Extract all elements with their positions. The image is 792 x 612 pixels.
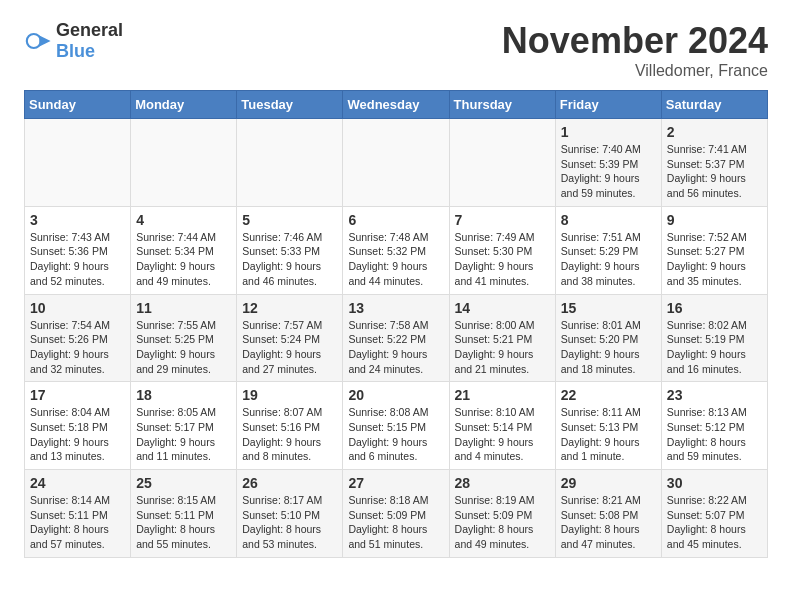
- day-number: 16: [667, 300, 762, 316]
- day-detail: Sunrise: 7:40 AM Sunset: 5:39 PM Dayligh…: [561, 142, 656, 201]
- logo: General Blue: [24, 20, 123, 62]
- calendar-cell: 29Sunrise: 8:21 AM Sunset: 5:08 PM Dayli…: [555, 470, 661, 558]
- day-detail: Sunrise: 8:21 AM Sunset: 5:08 PM Dayligh…: [561, 493, 656, 552]
- day-detail: Sunrise: 7:52 AM Sunset: 5:27 PM Dayligh…: [667, 230, 762, 289]
- weekday-header-friday: Friday: [555, 91, 661, 119]
- calendar-cell: 19Sunrise: 8:07 AM Sunset: 5:16 PM Dayli…: [237, 382, 343, 470]
- day-number: 4: [136, 212, 231, 228]
- weekday-header-sunday: Sunday: [25, 91, 131, 119]
- svg-marker-1: [39, 35, 50, 46]
- day-number: 20: [348, 387, 443, 403]
- day-detail: Sunrise: 8:00 AM Sunset: 5:21 PM Dayligh…: [455, 318, 550, 377]
- day-number: 30: [667, 475, 762, 491]
- calendar-cell: 25Sunrise: 8:15 AM Sunset: 5:11 PM Dayli…: [131, 470, 237, 558]
- title-block: November 2024 Villedomer, France: [502, 20, 768, 80]
- calendar-cell: 7Sunrise: 7:49 AM Sunset: 5:30 PM Daylig…: [449, 206, 555, 294]
- calendar-cell: 20Sunrise: 8:08 AM Sunset: 5:15 PM Dayli…: [343, 382, 449, 470]
- calendar-cell: 24Sunrise: 8:14 AM Sunset: 5:11 PM Dayli…: [25, 470, 131, 558]
- day-detail: Sunrise: 7:58 AM Sunset: 5:22 PM Dayligh…: [348, 318, 443, 377]
- day-detail: Sunrise: 7:43 AM Sunset: 5:36 PM Dayligh…: [30, 230, 125, 289]
- day-detail: Sunrise: 8:01 AM Sunset: 5:20 PM Dayligh…: [561, 318, 656, 377]
- calendar-cell: 14Sunrise: 8:00 AM Sunset: 5:21 PM Dayli…: [449, 294, 555, 382]
- day-number: 6: [348, 212, 443, 228]
- calendar-cell: 4Sunrise: 7:44 AM Sunset: 5:34 PM Daylig…: [131, 206, 237, 294]
- calendar-cell: [449, 119, 555, 207]
- day-number: 12: [242, 300, 337, 316]
- day-number: 5: [242, 212, 337, 228]
- day-number: 13: [348, 300, 443, 316]
- calendar-week-2: 3Sunrise: 7:43 AM Sunset: 5:36 PM Daylig…: [25, 206, 768, 294]
- day-number: 24: [30, 475, 125, 491]
- day-number: 11: [136, 300, 231, 316]
- day-detail: Sunrise: 8:07 AM Sunset: 5:16 PM Dayligh…: [242, 405, 337, 464]
- day-detail: Sunrise: 8:14 AM Sunset: 5:11 PM Dayligh…: [30, 493, 125, 552]
- day-detail: Sunrise: 8:18 AM Sunset: 5:09 PM Dayligh…: [348, 493, 443, 552]
- calendar-week-5: 24Sunrise: 8:14 AM Sunset: 5:11 PM Dayli…: [25, 470, 768, 558]
- calendar-week-4: 17Sunrise: 8:04 AM Sunset: 5:18 PM Dayli…: [25, 382, 768, 470]
- calendar-cell: 27Sunrise: 8:18 AM Sunset: 5:09 PM Dayli…: [343, 470, 449, 558]
- weekday-header-tuesday: Tuesday: [237, 91, 343, 119]
- calendar-cell: 9Sunrise: 7:52 AM Sunset: 5:27 PM Daylig…: [661, 206, 767, 294]
- calendar-cell: 2Sunrise: 7:41 AM Sunset: 5:37 PM Daylig…: [661, 119, 767, 207]
- day-number: 29: [561, 475, 656, 491]
- logo-general: General: [56, 20, 123, 40]
- calendar-week-3: 10Sunrise: 7:54 AM Sunset: 5:26 PM Dayli…: [25, 294, 768, 382]
- calendar-cell: 26Sunrise: 8:17 AM Sunset: 5:10 PM Dayli…: [237, 470, 343, 558]
- day-number: 3: [30, 212, 125, 228]
- calendar-cell: 30Sunrise: 8:22 AM Sunset: 5:07 PM Dayli…: [661, 470, 767, 558]
- day-detail: Sunrise: 8:13 AM Sunset: 5:12 PM Dayligh…: [667, 405, 762, 464]
- day-number: 27: [348, 475, 443, 491]
- day-detail: Sunrise: 7:57 AM Sunset: 5:24 PM Dayligh…: [242, 318, 337, 377]
- day-detail: Sunrise: 8:11 AM Sunset: 5:13 PM Dayligh…: [561, 405, 656, 464]
- calendar-cell: 8Sunrise: 7:51 AM Sunset: 5:29 PM Daylig…: [555, 206, 661, 294]
- calendar-cell: 18Sunrise: 8:05 AM Sunset: 5:17 PM Dayli…: [131, 382, 237, 470]
- calendar-cell: 11Sunrise: 7:55 AM Sunset: 5:25 PM Dayli…: [131, 294, 237, 382]
- weekday-header-monday: Monday: [131, 91, 237, 119]
- calendar-cell: 22Sunrise: 8:11 AM Sunset: 5:13 PM Dayli…: [555, 382, 661, 470]
- day-detail: Sunrise: 7:41 AM Sunset: 5:37 PM Dayligh…: [667, 142, 762, 201]
- calendar-cell: 28Sunrise: 8:19 AM Sunset: 5:09 PM Dayli…: [449, 470, 555, 558]
- day-detail: Sunrise: 8:15 AM Sunset: 5:11 PM Dayligh…: [136, 493, 231, 552]
- calendar-cell: [25, 119, 131, 207]
- calendar-cell: [237, 119, 343, 207]
- day-number: 22: [561, 387, 656, 403]
- day-detail: Sunrise: 7:55 AM Sunset: 5:25 PM Dayligh…: [136, 318, 231, 377]
- day-detail: Sunrise: 7:49 AM Sunset: 5:30 PM Dayligh…: [455, 230, 550, 289]
- calendar-cell: 10Sunrise: 7:54 AM Sunset: 5:26 PM Dayli…: [25, 294, 131, 382]
- calendar-week-1: 1Sunrise: 7:40 AM Sunset: 5:39 PM Daylig…: [25, 119, 768, 207]
- month-title: November 2024: [502, 20, 768, 62]
- day-number: 28: [455, 475, 550, 491]
- calendar-cell: [343, 119, 449, 207]
- day-number: 1: [561, 124, 656, 140]
- calendar-cell: 6Sunrise: 7:48 AM Sunset: 5:32 PM Daylig…: [343, 206, 449, 294]
- calendar-cell: 17Sunrise: 8:04 AM Sunset: 5:18 PM Dayli…: [25, 382, 131, 470]
- day-number: 18: [136, 387, 231, 403]
- calendar-cell: 21Sunrise: 8:10 AM Sunset: 5:14 PM Dayli…: [449, 382, 555, 470]
- calendar-cell: 13Sunrise: 7:58 AM Sunset: 5:22 PM Dayli…: [343, 294, 449, 382]
- day-number: 7: [455, 212, 550, 228]
- calendar-table: SundayMondayTuesdayWednesdayThursdayFrid…: [24, 90, 768, 558]
- day-detail: Sunrise: 8:05 AM Sunset: 5:17 PM Dayligh…: [136, 405, 231, 464]
- calendar-cell: 23Sunrise: 8:13 AM Sunset: 5:12 PM Dayli…: [661, 382, 767, 470]
- calendar-cell: [131, 119, 237, 207]
- day-number: 10: [30, 300, 125, 316]
- calendar-cell: 15Sunrise: 8:01 AM Sunset: 5:20 PM Dayli…: [555, 294, 661, 382]
- day-number: 15: [561, 300, 656, 316]
- day-detail: Sunrise: 7:44 AM Sunset: 5:34 PM Dayligh…: [136, 230, 231, 289]
- day-number: 8: [561, 212, 656, 228]
- logo-blue: Blue: [56, 41, 95, 61]
- day-detail: Sunrise: 8:22 AM Sunset: 5:07 PM Dayligh…: [667, 493, 762, 552]
- calendar-cell: 5Sunrise: 7:46 AM Sunset: 5:33 PM Daylig…: [237, 206, 343, 294]
- day-number: 9: [667, 212, 762, 228]
- logo-icon: [24, 27, 52, 55]
- day-number: 19: [242, 387, 337, 403]
- day-number: 23: [667, 387, 762, 403]
- day-detail: Sunrise: 8:17 AM Sunset: 5:10 PM Dayligh…: [242, 493, 337, 552]
- weekday-header-wednesday: Wednesday: [343, 91, 449, 119]
- logo-text: General Blue: [56, 20, 123, 62]
- weekday-header-saturday: Saturday: [661, 91, 767, 119]
- calendar-cell: 1Sunrise: 7:40 AM Sunset: 5:39 PM Daylig…: [555, 119, 661, 207]
- day-detail: Sunrise: 8:04 AM Sunset: 5:18 PM Dayligh…: [30, 405, 125, 464]
- day-detail: Sunrise: 7:54 AM Sunset: 5:26 PM Dayligh…: [30, 318, 125, 377]
- calendar-cell: 12Sunrise: 7:57 AM Sunset: 5:24 PM Dayli…: [237, 294, 343, 382]
